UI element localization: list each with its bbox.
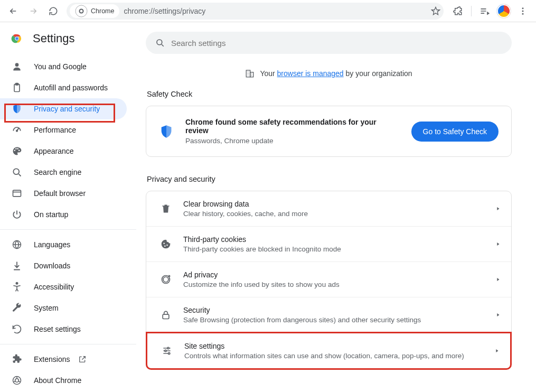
svg-rect-20 bbox=[247, 70, 251, 77]
sidebar-item-label: Languages bbox=[34, 240, 70, 249]
window-icon bbox=[12, 188, 22, 199]
sidebar-item-label: Accessibility bbox=[34, 283, 74, 291]
sidebar-item-downloads[interactable]: Downloads bbox=[0, 255, 136, 276]
row-title: Ad privacy bbox=[183, 270, 484, 279]
managed-banner: Your browser is managed by your organiza… bbox=[146, 69, 512, 78]
row-sub: Third-party cookies are blocked in Incog… bbox=[183, 245, 484, 253]
sidebar-item-languages[interactable]: Languages bbox=[0, 234, 136, 255]
sidebar-item-label: Default browser bbox=[34, 189, 86, 198]
chevron-right-icon bbox=[495, 241, 501, 247]
svg-point-13 bbox=[13, 169, 19, 174]
sidebar-item-you-and-google[interactable]: You and Google bbox=[0, 56, 136, 77]
sidebar-item-autofill[interactable]: Autofill and passwords bbox=[0, 77, 136, 98]
accessibility-icon bbox=[12, 282, 22, 292]
back-button[interactable] bbox=[4, 2, 22, 20]
chrome-logo-icon bbox=[11, 32, 23, 45]
shield-icon bbox=[12, 104, 22, 114]
svg-point-26 bbox=[165, 350, 166, 351]
sidebar-item-performance[interactable]: Performance bbox=[0, 119, 136, 141]
sidebar-item-extensions[interactable]: Extensions bbox=[0, 349, 136, 370]
row-ad-privacy[interactable]: Ad privacyCustomize the info used by sit… bbox=[146, 262, 511, 297]
sidebar-item-appearance[interactable]: Appearance bbox=[0, 141, 136, 162]
reload-button[interactable] bbox=[44, 2, 62, 20]
settings-search-input[interactable] bbox=[171, 39, 502, 48]
kebab-icon bbox=[518, 6, 528, 16]
sidebar-item-accessibility[interactable]: Accessibility bbox=[0, 276, 136, 297]
bookmark-star-icon[interactable] bbox=[431, 6, 440, 16]
main-panel: Your browser is managed by your organiza… bbox=[136, 22, 536, 392]
brand: Settings bbox=[0, 32, 136, 56]
sidebar-item-about[interactable]: About Chrome bbox=[0, 370, 136, 391]
media-controls-button[interactable] bbox=[476, 2, 494, 20]
sidebar-item-label: Search engine bbox=[34, 168, 81, 176]
reload-icon bbox=[49, 6, 58, 16]
sidebar-item-search-engine[interactable]: Search engine bbox=[0, 162, 136, 183]
sidebar-separator bbox=[0, 229, 136, 230]
sidebar: Settings You and Google Autofill and pas… bbox=[0, 22, 136, 392]
arrow-right-icon bbox=[29, 6, 38, 16]
cookie-icon bbox=[161, 239, 171, 249]
sidebar-item-label: Performance bbox=[34, 126, 76, 134]
speedometer-icon bbox=[12, 125, 22, 135]
row-title: Security bbox=[183, 306, 484, 314]
row-clear-browsing-data[interactable]: Clear browsing dataClear history, cookie… bbox=[146, 191, 511, 226]
sidebar-item-label: You and Google bbox=[34, 62, 87, 71]
tune-icon bbox=[162, 346, 172, 356]
row-title: Clear browsing data bbox=[183, 200, 484, 208]
trash-icon bbox=[161, 203, 171, 214]
chrome-outline-icon bbox=[12, 374, 22, 387]
sidebar-item-system[interactable]: System bbox=[0, 297, 136, 319]
shield-icon bbox=[159, 124, 174, 139]
sidebar-item-reset[interactable]: Reset settings bbox=[0, 319, 136, 340]
omnibox[interactable]: Chrome chrome://settings/privacy bbox=[67, 3, 444, 20]
person-icon bbox=[12, 61, 22, 72]
managed-prefix: Your bbox=[260, 69, 277, 78]
forward-button[interactable] bbox=[24, 2, 42, 20]
privacy-rows-card: Clear browsing dataClear history, cookie… bbox=[146, 191, 512, 370]
safety-check-card: Chrome found some safety recommendations… bbox=[146, 106, 512, 157]
sidebar-item-privacy[interactable]: Privacy and security bbox=[0, 98, 127, 119]
row-site-settings[interactable]: Site settingsControls what information s… bbox=[146, 332, 512, 370]
svg-point-16 bbox=[16, 283, 17, 284]
sidebar-item-default-browser[interactable]: Default browser bbox=[0, 183, 136, 204]
sidebar-item-on-startup[interactable]: On startup bbox=[0, 204, 136, 225]
extensions-toolbar-button[interactable] bbox=[449, 2, 467, 20]
row-sub: Clear history, cookies, cache, and more bbox=[183, 210, 484, 218]
row-security[interactable]: SecuritySafe Browsing (protection from d… bbox=[146, 297, 511, 332]
download-icon bbox=[12, 260, 22, 271]
svg-rect-11 bbox=[16, 83, 18, 85]
chrome-menu-button[interactable] bbox=[514, 2, 532, 20]
svg-point-3 bbox=[522, 7, 524, 9]
chevron-right-icon bbox=[495, 312, 501, 318]
chrome-icon bbox=[75, 5, 88, 17]
settings-search[interactable] bbox=[146, 32, 512, 54]
row-third-party-cookies[interactable]: Third-party cookiesThird-party cookies a… bbox=[146, 226, 511, 262]
restore-icon bbox=[12, 324, 22, 334]
sidebar-item-label: Privacy and security bbox=[34, 105, 100, 113]
managed-link[interactable]: browser is managed bbox=[277, 69, 344, 78]
globe-icon bbox=[12, 239, 22, 250]
search-icon bbox=[155, 38, 165, 48]
profile-button[interactable] bbox=[495, 2, 513, 20]
sidebar-item-label: About Chrome bbox=[34, 376, 81, 385]
svg-point-19 bbox=[157, 40, 162, 45]
safety-check-button[interactable]: Go to Safety Check bbox=[411, 122, 499, 142]
row-title: Third-party cookies bbox=[183, 235, 484, 244]
url-text: chrome://settings/privacy bbox=[124, 7, 431, 15]
safety-subtitle: Passwords, Chrome update bbox=[185, 137, 400, 145]
sidebar-item-label: Extensions bbox=[34, 355, 70, 363]
external-link-icon bbox=[78, 355, 87, 363]
svg-point-27 bbox=[168, 352, 170, 354]
section-label-privacy: Privacy and security bbox=[147, 175, 512, 183]
svg-rect-14 bbox=[13, 190, 21, 197]
managed-suffix: by your organization bbox=[344, 69, 412, 78]
sidebar-item-label: Reset settings bbox=[34, 325, 81, 333]
svg-rect-24 bbox=[163, 314, 169, 319]
chevron-right-icon bbox=[494, 348, 500, 353]
clipboard-icon bbox=[12, 82, 22, 93]
sidebar-item-label: Autofill and passwords bbox=[34, 83, 108, 92]
chevron-right-icon bbox=[495, 277, 501, 282]
building-icon bbox=[245, 69, 255, 78]
svg-point-9 bbox=[15, 63, 19, 67]
site-chip: Chrome bbox=[70, 4, 119, 18]
